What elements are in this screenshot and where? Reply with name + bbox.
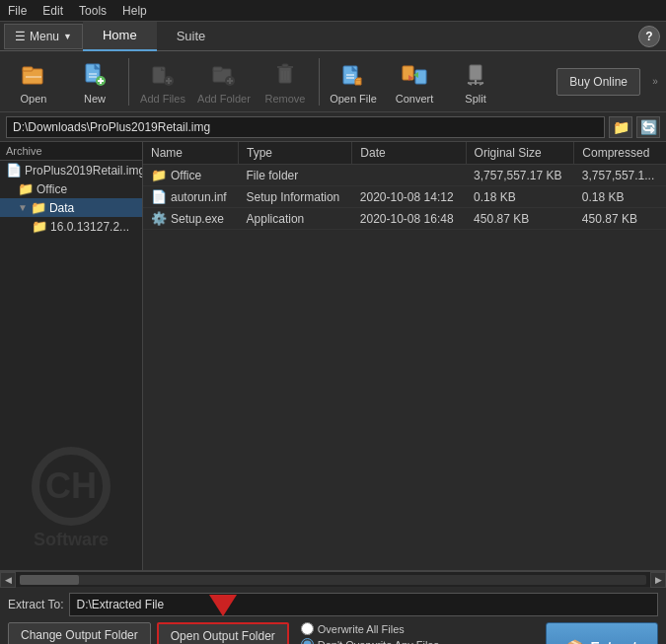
tree-label-root: ProPlus2019Retail.img xyxy=(25,164,143,178)
col-type[interactable]: Type xyxy=(239,142,352,165)
open-button[interactable]: Open xyxy=(4,54,63,109)
scroll-right-button[interactable]: ▶ xyxy=(650,572,666,588)
more-tools-button[interactable]: » xyxy=(648,58,662,106)
tree-item-office[interactable]: 📁 Office xyxy=(0,179,142,198)
new-icon xyxy=(79,59,111,91)
file-list-panel: Name Type Date Original Size Compressed … xyxy=(143,142,666,570)
add-folder-icon xyxy=(208,59,240,91)
archive-header: Archive xyxy=(0,142,142,161)
add-files-label: Add Files xyxy=(140,93,185,105)
extract-to-label: Extract To: xyxy=(8,598,63,611)
menu-file[interactable]: File xyxy=(8,4,27,18)
change-output-folder-button[interactable]: Change Output Folder xyxy=(8,622,151,644)
table-row[interactable]: 📁Office File folder 3,757,557.17 KB 3,75… xyxy=(143,165,666,186)
toolbar-separator-2 xyxy=(319,58,320,106)
cell-name: ⚙️Setup.exe xyxy=(143,208,239,230)
open-file-label: Open File xyxy=(330,93,377,105)
remove-label: Remove xyxy=(265,93,306,105)
open-btn-wrapper: Open Output Folder xyxy=(157,622,289,644)
help-button[interactable]: ? xyxy=(638,26,660,47)
archive-tree-panel: Archive 📄 ProPlus2019Retail.img 📁 Office… xyxy=(0,142,143,570)
scroll-thumb[interactable] xyxy=(20,575,79,585)
col-date[interactable]: Date xyxy=(352,142,466,165)
tree-item-version[interactable]: 📁 16.0.13127.2... xyxy=(0,217,142,236)
open-output-folder-button[interactable]: Open Output Folder xyxy=(157,622,289,644)
split-button[interactable]: Split xyxy=(446,54,505,109)
hamburger-icon: ☰ xyxy=(15,30,26,43)
cell-type: File folder xyxy=(239,165,352,186)
overwrite-options: Overwrite All Files Don't Overwrite Any … xyxy=(301,622,446,644)
col-compressed[interactable]: Compressed xyxy=(574,142,666,165)
cell-original-size: 450.87 KB xyxy=(466,208,574,230)
extract-button[interactable]: 📦 Extract xyxy=(546,622,658,644)
cell-date: 2020-10-08 14:12 xyxy=(352,186,466,208)
refresh-button[interactable]: 🔄 xyxy=(636,116,660,138)
bottom-area: Extract To: Change Output Folder Open Ou… xyxy=(0,587,666,644)
table-row[interactable]: ⚙️Setup.exe Application 2020-10-08 16:48… xyxy=(143,208,666,230)
extract-to-row: Extract To: xyxy=(8,593,658,616)
table-row[interactable]: 📄autorun.inf Setup Information 2020-10-0… xyxy=(143,186,666,208)
cell-date: 2020-10-08 16:48 xyxy=(352,208,466,230)
extract-icon: 📦 xyxy=(566,639,583,644)
scroll-left-button[interactable]: ◀ xyxy=(0,572,16,588)
cell-compressed: 450.87 KB xyxy=(574,208,666,230)
extract-path-input[interactable] xyxy=(69,593,658,616)
convert-icon xyxy=(399,59,430,91)
browse-folder-button[interactable]: 📁 xyxy=(609,116,632,138)
cell-original-size: 0.18 KB xyxy=(466,186,574,208)
open-icon xyxy=(18,59,49,91)
new-button[interactable]: New xyxy=(65,54,124,109)
cell-name: 📁Office xyxy=(143,165,239,186)
add-files-icon xyxy=(147,59,179,91)
open-label: Open xyxy=(21,93,47,105)
overwrite-all-option[interactable]: Overwrite All Files xyxy=(301,622,446,635)
tab-home[interactable]: Home xyxy=(83,22,157,51)
svg-rect-15 xyxy=(213,67,222,71)
split-icon xyxy=(460,59,491,91)
menu-edit[interactable]: Edit xyxy=(42,4,63,18)
address-bar: 📁 🔄 xyxy=(0,112,666,142)
menu-help[interactable]: Help xyxy=(122,4,147,18)
overwrite-all-radio[interactable] xyxy=(301,622,314,635)
dropdown-arrow-icon: ▼ xyxy=(63,32,72,41)
extract-label: Extract xyxy=(591,639,637,644)
folder-icon: 📁 xyxy=(18,181,34,196)
add-folder-button: Add Folder xyxy=(194,54,254,109)
cell-date xyxy=(352,165,466,186)
folder-icon-version: 📁 xyxy=(32,219,47,234)
cell-original-size: 3,757,557.17 KB xyxy=(466,165,574,186)
tree-label-version: 16.0.13127.2... xyxy=(50,220,129,234)
dont-overwrite-radio[interactable] xyxy=(301,638,314,644)
tab-suite[interactable]: Suite xyxy=(157,22,226,51)
cell-type: Setup Information xyxy=(239,186,352,208)
cell-compressed: 0.18 KB xyxy=(574,186,666,208)
file-icon: 📄 xyxy=(6,163,22,178)
expand-arrow-icon: ▼ xyxy=(18,202,28,213)
remove-button: Remove xyxy=(256,54,315,109)
col-original-size[interactable]: Original Size xyxy=(466,142,574,165)
toolbar: Open New xyxy=(0,51,666,112)
overwrite-all-label: Overwrite All Files xyxy=(318,623,405,635)
dont-overwrite-label: Don't Overwrite Any Files xyxy=(318,639,439,645)
tree-item-root[interactable]: 📄 ProPlus2019Retail.img xyxy=(0,161,142,179)
main-content: Archive 📄 ProPlus2019Retail.img 📁 Office… xyxy=(0,142,666,571)
scroll-track xyxy=(20,575,646,585)
svg-rect-21 xyxy=(282,64,288,67)
tab-bar: ☰ Menu ▼ Home Suite ? xyxy=(0,22,666,51)
arrow-indicator xyxy=(209,595,237,616)
cell-compressed: 3,757,557.1... xyxy=(574,165,666,186)
folder-open-icon: 📁 xyxy=(31,200,46,215)
svg-rect-1 xyxy=(23,67,33,71)
cell-type: Application xyxy=(239,208,352,230)
dont-overwrite-option[interactable]: Don't Overwrite Any Files xyxy=(301,638,446,644)
menu-button[interactable]: ☰ Menu ▼ xyxy=(4,24,83,49)
buy-online-button[interactable]: Buy Online xyxy=(556,68,640,96)
open-file-icon xyxy=(337,59,369,91)
convert-button[interactable]: Convert xyxy=(385,54,444,109)
open-file-button[interactable]: Open File xyxy=(324,54,383,109)
menu-tools[interactable]: Tools xyxy=(79,4,107,18)
horizontal-scrollbar[interactable]: ◀ ▶ xyxy=(0,571,666,587)
tree-item-data[interactable]: ▼ 📁 Data xyxy=(0,198,142,217)
col-name[interactable]: Name xyxy=(143,142,239,165)
address-input[interactable] xyxy=(6,116,605,138)
